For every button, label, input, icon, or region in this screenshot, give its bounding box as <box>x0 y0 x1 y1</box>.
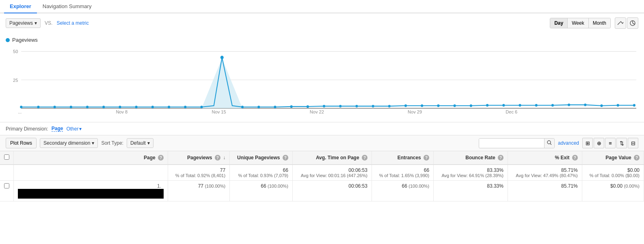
add-view-button[interactable]: ⊕ <box>594 138 604 148</box>
bounce-rate-col-label: Bounce Rate <box>465 155 495 161</box>
week-button[interactable]: Week <box>568 18 588 28</box>
avg-time-help-icon[interactable]: ? <box>362 155 367 161</box>
th-bounce-rate: Bounce Rate ? <box>434 151 508 165</box>
chevron-down-icon: ▾ <box>147 140 150 146</box>
svg-text:Nov 8: Nov 8 <box>116 109 128 114</box>
day-button[interactable]: Day <box>550 18 568 28</box>
search-box <box>479 138 555 148</box>
page-help-icon[interactable]: ? <box>158 155 164 161</box>
svg-point-42 <box>568 103 570 106</box>
svg-line-54 <box>550 143 551 145</box>
chevron-down-icon: ▾ <box>35 20 37 26</box>
search-input[interactable] <box>479 139 544 148</box>
svg-point-10 <box>37 106 39 108</box>
th-unique-pageviews: Unique Pageviews ? <box>230 151 293 165</box>
entrances-help-icon[interactable]: ? <box>424 155 429 161</box>
sort-default-label: Default <box>130 140 146 146</box>
row1-page-value-pct: (0.00%) <box>624 184 640 188</box>
svg-point-21 <box>220 56 224 60</box>
metric-dropdown[interactable]: Pageviews ▾ <box>6 18 41 28</box>
sort-type-dropdown[interactable]: Default ▾ <box>127 138 153 148</box>
svg-point-25 <box>290 105 293 108</box>
svg-point-22 <box>241 106 244 108</box>
totals-pct-exit-value: 85.71% <box>512 167 578 173</box>
svg-point-19 <box>184 106 186 108</box>
grid-view-button[interactable]: ⊞ <box>582 138 593 148</box>
svg-point-46 <box>633 104 635 107</box>
row1-pageviews-value: 77 <box>198 183 203 189</box>
totals-pageviews-cell: 77 % of Total: 0.92% (8,401) <box>168 165 230 181</box>
primary-dim-label: Primary Dimension: <box>6 126 48 132</box>
row1-page-value-value: $0.00 <box>610 183 622 189</box>
svg-point-32 <box>404 105 407 107</box>
page-value-help-icon[interactable]: ? <box>634 155 640 161</box>
row1-pageviews-pct: (100.00%) <box>205 184 225 188</box>
chart-svg: 50 25 <box>6 45 638 114</box>
row1-page-link[interactable] <box>18 189 164 199</box>
th-pageviews: Pageviews ? ↓ <box>168 151 230 165</box>
select-all-checkbox-col <box>0 151 14 165</box>
totals-page-cell <box>14 165 168 181</box>
svg-line-2 <box>633 23 635 24</box>
tab-explorer[interactable]: Explorer <box>4 0 37 13</box>
list-view-button[interactable]: ≡ <box>605 138 616 148</box>
vs-label: VS. <box>45 20 52 26</box>
line-chart-button[interactable] <box>615 17 626 29</box>
svg-point-39 <box>519 104 521 107</box>
page-dimension-link[interactable]: Page <box>52 126 63 132</box>
pie-chart-button[interactable] <box>627 17 638 29</box>
totals-checkbox-cell <box>0 165 14 181</box>
month-button[interactable]: Month <box>589 18 610 28</box>
svg-point-20 <box>200 106 203 108</box>
legend-dot <box>6 38 10 42</box>
search-button[interactable] <box>544 139 554 148</box>
secondary-dim-label: Secondary dimension <box>43 140 90 146</box>
svg-text:Nov 29: Nov 29 <box>408 109 422 114</box>
tabs-container: Explorer Navigation Summary <box>0 0 644 13</box>
plot-rows-button[interactable]: Plot Rows <box>6 138 37 148</box>
row1-page-value-cell: $0.00 (0.00%) <box>582 181 644 201</box>
totals-unique-pageviews-cell: 66 % of Total: 0.93% (7,079) <box>230 165 293 181</box>
compare-view-button[interactable]: ⇅ <box>616 138 627 148</box>
data-toolbar: Plot Rows Secondary dimension ▾ Sort Typ… <box>0 135 644 151</box>
select-metric-link[interactable]: Select a metric <box>56 20 89 26</box>
tab-navigation-summary[interactable]: Navigation Summary <box>37 0 97 13</box>
th-entrances: Entrances ? <box>372 151 433 165</box>
totals-bounce-rate-value: 83.33% <box>438 167 504 173</box>
totals-pct-exit-sub: Avg for View: 47.49% (80.47%) <box>512 173 578 178</box>
bounce-rate-help-icon[interactable]: ? <box>498 155 504 161</box>
totals-avg-time-sub: Avg for View: 00:01:16 (447.26%) <box>297 173 367 178</box>
select-all-checkbox[interactable] <box>4 154 9 160</box>
other-label: Other <box>66 126 78 132</box>
row1-checkbox[interactable] <box>4 183 9 188</box>
pageviews-col-label: Pageviews <box>187 155 212 161</box>
row1-num: 1. <box>157 183 161 189</box>
advanced-link[interactable]: advanced <box>558 140 579 146</box>
time-period-selector: Day Week Month <box>550 18 611 28</box>
chart-legend: Pageviews <box>6 37 638 43</box>
primary-dimension-bar: Primary Dimension: Page Other ▾ <box>0 122 644 135</box>
data-table: Page ? Pageviews ? ↓ Unique Pageviews ? … <box>0 151 644 201</box>
pct-exit-help-icon[interactable]: ? <box>572 155 578 161</box>
unique-pageviews-help-icon[interactable]: ? <box>283 155 288 161</box>
sort-arrow-icon: ↓ <box>223 155 225 161</box>
svg-point-26 <box>307 105 309 108</box>
svg-point-30 <box>372 105 374 107</box>
pageviews-help-icon[interactable]: ? <box>215 155 220 161</box>
row1-unique-pageviews-value: 66 <box>261 183 266 189</box>
totals-bounce-rate-cell: 83.33% Avg for View: 64.91% (28.39%) <box>434 165 508 181</box>
row1-unique-pageviews-cell: 66 (100.00%) <box>230 181 293 201</box>
totals-bounce-rate-sub: Avg for View: 64.91% (28.39%) <box>438 173 504 178</box>
svg-point-23 <box>257 106 260 108</box>
th-avg-time: Avg. Time on Page ? <box>292 151 372 165</box>
svg-text:25: 25 <box>13 78 18 83</box>
totals-unique-pageviews-sub: % of Total: 0.93% (7,079) <box>234 173 288 178</box>
chart-toolbar: Pageviews ▾ VS. Select a metric Day Week… <box>0 13 644 33</box>
svg-text:Dec 6: Dec 6 <box>506 109 517 114</box>
secondary-dimension-dropdown[interactable]: Secondary dimension ▾ <box>40 138 98 148</box>
other-dimension-link[interactable]: Other ▾ <box>66 126 82 132</box>
table-view-button[interactable]: ⊟ <box>628 138 638 148</box>
svg-point-11 <box>54 106 56 108</box>
chart-area: Pageviews 50 25 <box>0 33 644 122</box>
svg-point-24 <box>274 106 276 108</box>
